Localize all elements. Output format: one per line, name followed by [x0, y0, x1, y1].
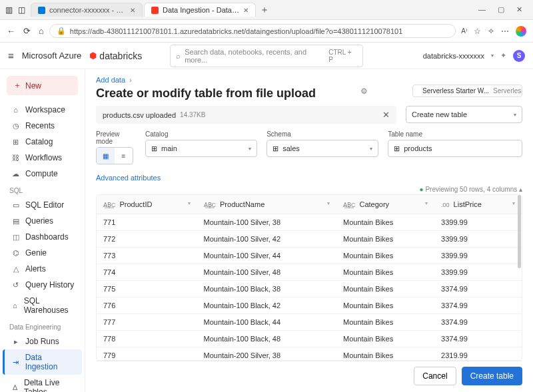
table-row[interactable]: 776Mountain-100 Black, 42Mountain Bikes3…: [97, 297, 522, 314]
column-header[interactable]: .00ListPrice▾: [434, 195, 522, 214]
page-title: Create or modify table from file upload: [96, 87, 316, 100]
sidebar-icon: ⛓: [11, 154, 20, 162]
sidebar-item-sql-warehouses[interactable]: ⌂SQL Warehouses: [3, 293, 82, 318]
browser-titlebar: ▥ ◫ connector-xxxxxxx - Microsoft Az✕Dat…: [0, 0, 533, 20]
chevron-down-icon[interactable]: ▾: [491, 53, 494, 59]
grid-view-icon[interactable]: ▦: [97, 148, 115, 164]
databricks-logo[interactable]: ⬢ databricks: [89, 51, 142, 61]
remove-file-icon[interactable]: ✕: [382, 110, 390, 120]
column-header[interactable]: A͟B͟CCategory▾: [336, 195, 434, 214]
url-input[interactable]: 🔒 https://adb-4380111210078101.1.azureda…: [49, 24, 456, 38]
browser-menu-icon[interactable]: ▥: [5, 5, 13, 15]
lock-icon: 🔒: [57, 27, 66, 35]
close-icon[interactable]: ✕: [243, 7, 249, 14]
sidebar-item-dashboards[interactable]: ◫Dashboards: [3, 229, 82, 245]
cluster-selector[interactable]: Serverless Starter W... Serverless S ▾: [412, 85, 522, 97]
window-close[interactable]: ✕: [516, 5, 522, 14]
sidebar-item-data-ingestion[interactable]: ⇥Data Ingestion: [3, 349, 82, 375]
sidebar-item-workflows[interactable]: ⛓Workflows: [3, 150, 82, 166]
sidebar-item-alerts[interactable]: △Alerts: [3, 261, 82, 277]
chevron-down-icon[interactable]: ▾: [327, 200, 330, 206]
window-maximize[interactable]: ▢: [498, 5, 504, 14]
breadcrumb[interactable]: Add data›: [96, 76, 316, 84]
sidebar-item-sql-editor[interactable]: ▭SQL Editor: [3, 197, 82, 213]
table-row[interactable]: 778Mountain-100 Black, 48Mountain Bikes3…: [97, 331, 522, 347]
table-row[interactable]: 774Mountain-100 Silver, 48Mountain Bikes…: [97, 264, 522, 281]
search-icon: ⌕: [176, 52, 181, 60]
sidebar-item-workspace[interactable]: ⌂Workspace: [3, 102, 82, 118]
schema-icon: ⊞: [272, 144, 278, 153]
sidebar-icon: ⌬: [11, 249, 20, 258]
settings-gear-icon[interactable]: ⚙: [360, 87, 368, 96]
chevron-down-icon: ▾: [370, 146, 372, 152]
sidebar-item-recents[interactable]: ◷Recents: [3, 118, 82, 134]
tab-favicon: [151, 7, 159, 14]
catalog-select[interactable]: ⊞ main ▾: [145, 140, 257, 157]
preview-mode-toggle[interactable]: ▦ ≡: [96, 147, 133, 164]
nav-refresh[interactable]: ⟳: [23, 26, 31, 36]
table-icon: ⊞: [394, 144, 400, 153]
column-header[interactable]: A͟B͟CProductName▾: [197, 195, 336, 214]
new-tab-button[interactable]: ＋: [260, 4, 269, 16]
sidebar-item-delta-live-tables[interactable]: ∆Delta Live Tables: [3, 375, 82, 392]
scrollbar-thumb[interactable]: [518, 195, 521, 268]
table-row[interactable]: 777Mountain-100 Black, 44Mountain Bikes3…: [97, 314, 522, 331]
type-icon: .00: [441, 202, 450, 208]
read-aloud-icon[interactable]: A⁾: [461, 27, 467, 35]
nav-back[interactable]: ←: [7, 26, 15, 36]
type-icon: A͟B͟C: [103, 202, 116, 208]
copilot-icon[interactable]: [516, 26, 526, 37]
assistant-icon[interactable]: ✦: [500, 51, 506, 60]
chevron-down-icon[interactable]: ▾: [425, 200, 428, 206]
table-row[interactable]: 771Mountain-100 Silver, 38Mountain Bikes…: [97, 214, 522, 231]
schema-select[interactable]: ⊞ sales ▾: [266, 140, 378, 157]
advanced-attributes-link[interactable]: Advanced attributes: [96, 174, 522, 182]
more-icon[interactable]: ⋯: [501, 27, 509, 36]
table-row[interactable]: 779Mountain-200 Silver, 38Mountain Bikes…: [97, 347, 522, 361]
sidebar-icon: ⊞: [11, 138, 20, 146]
table-row[interactable]: 772Mountain-100 Silver, 42Mountain Bikes…: [97, 231, 522, 248]
preview-summary: ● Previewing 50 rows, 4 columns ▴: [96, 186, 522, 193]
sidebar-item-job-runs[interactable]: ▸Job Runs: [3, 333, 82, 349]
sidebar-item-genie[interactable]: ⌬Genie: [3, 245, 82, 261]
data-table: A͟B͟CProductID▾A͟B͟CProductName▾A͟B͟CCat…: [96, 194, 522, 361]
sidebar-icon: ⌂: [11, 106, 20, 114]
uploaded-file-chip: products.csv uploaded 14.37KB ✕: [96, 106, 396, 124]
create-mode-select[interactable]: Create new table ▾: [406, 106, 522, 123]
create-table-button[interactable]: Create table: [462, 367, 522, 385]
sidebar-item-catalog[interactable]: ⊞Catalog: [3, 134, 82, 150]
main-content: Add data› Create or modify table from fi…: [85, 69, 533, 392]
avatar[interactable]: S: [513, 50, 525, 62]
sidebar-item-compute[interactable]: ☁Compute: [3, 166, 82, 182]
new-button[interactable]: ＋ New: [7, 76, 78, 95]
hamburger-icon[interactable]: ≡: [8, 50, 14, 61]
table-row[interactable]: 773Mountain-100 Silver, 44Mountain Bikes…: [97, 248, 522, 264]
sidebar-item-queries[interactable]: ▤Queries: [3, 213, 82, 229]
browser-tab[interactable]: Data Ingestion - Databricks✕: [144, 3, 256, 17]
sidebar-icon: ⌂: [11, 301, 19, 309]
cancel-button[interactable]: Cancel: [414, 367, 456, 385]
list-view-icon[interactable]: ≡: [115, 148, 133, 164]
workspace-name[interactable]: databricks-xxxxxxx: [423, 52, 484, 60]
close-icon[interactable]: ✕: [130, 7, 135, 14]
chevron-down-icon[interactable]: ▾: [188, 200, 191, 206]
sidebar-item-query-history[interactable]: ↺Query History: [3, 277, 82, 293]
table-row[interactable]: 775Mountain-100 Black, 38Mountain Bikes3…: [97, 281, 522, 297]
window-minimize[interactable]: —: [478, 5, 486, 14]
browser-tab[interactable]: connector-xxxxxxx - Microsoft Az✕: [31, 3, 143, 17]
browser-pane-icon[interactable]: ◫: [18, 5, 25, 15]
chevron-down-icon[interactable]: ▾: [512, 200, 515, 206]
app-bar: ≡ Microsoft Azure ⬢ databricks ⌕ Search …: [0, 43, 533, 69]
preview-mode-label: Preview mode: [96, 130, 136, 145]
collections-icon[interactable]: ✧: [488, 27, 494, 36]
favorite-icon[interactable]: ☆: [474, 27, 481, 36]
search-input[interactable]: ⌕ Search data, notebooks, recents, and m…: [170, 45, 363, 67]
sidebar-icon: ▭: [11, 201, 20, 210]
column-header[interactable]: A͟B͟CProductID▾: [97, 195, 197, 214]
nav-home[interactable]: ⌂: [39, 26, 44, 36]
ms-azure-label: Microsoft Azure: [22, 51, 82, 61]
sidebar-icon: ▤: [11, 217, 20, 226]
type-icon: A͟B͟C: [204, 202, 217, 208]
sidebar-section-header: Data Engineering: [3, 318, 82, 333]
table-name-input[interactable]: ⊞ products: [388, 140, 522, 157]
